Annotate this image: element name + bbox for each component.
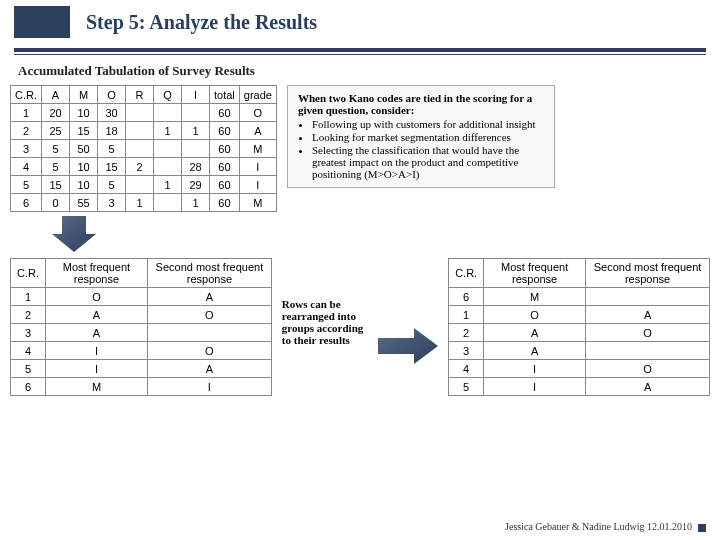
col-header: I [182, 86, 210, 104]
main-tabulation-table: C.R.AMORQItotalgrade 120103060O225151811… [10, 85, 277, 212]
table-row: 2AO [449, 324, 710, 342]
table-row: 5IA [449, 378, 710, 396]
info-lead: When two Kano codes are tied in the scor… [298, 92, 532, 116]
table-row: 22515181160A [11, 122, 277, 140]
left-result-table: C.R.Most frequent responseSecond most fr… [10, 258, 272, 396]
info-bullet: Following up with customers for addition… [312, 118, 544, 130]
col-header: C.R. [11, 86, 42, 104]
table-row: 2AO [11, 306, 272, 324]
col-header: Q [154, 86, 182, 104]
table-row: 3550560M [11, 140, 277, 158]
table-row: 5IA [11, 360, 272, 378]
divider [14, 48, 706, 55]
table-row: 6M [449, 288, 710, 306]
col-header: Most frequent response [484, 259, 586, 288]
col-header: grade [239, 86, 276, 104]
col-header: C.R. [11, 259, 46, 288]
right-arrow-icon [378, 258, 438, 368]
logo-box [14, 6, 70, 38]
page-title: Step 5: Analyze the Results [86, 11, 317, 34]
footer-dot-icon [698, 524, 706, 532]
info-bullet: Selecting the classification that would … [312, 144, 544, 180]
col-header: Second most frequent response [147, 259, 271, 288]
rearrange-note: Rows can be rearranged into groups accor… [282, 258, 368, 346]
table-row: 4IO [11, 342, 272, 360]
table-row: 3A [449, 342, 710, 360]
right-result-table: C.R.Most frequent responseSecond most fr… [448, 258, 710, 396]
table-row: 3A [11, 324, 272, 342]
col-header: R [126, 86, 154, 104]
col-header: Most frequent response [46, 259, 148, 288]
header: Step 5: Analyze the Results [0, 0, 720, 38]
table-row: 51510512960I [11, 176, 277, 194]
section-subtitle: Accumulated Tabulation of Survey Results [18, 63, 720, 79]
table-row: 6MI [11, 378, 272, 396]
col-header: O [98, 86, 126, 104]
col-header: A [42, 86, 70, 104]
col-header: Second most frequent response [586, 259, 710, 288]
table-row: 120103060O [11, 104, 277, 122]
table-row: 1OA [11, 288, 272, 306]
table-row: 1OA [449, 306, 710, 324]
info-bullet: Looking for market segmentation differen… [312, 131, 544, 143]
table-row: 45101522860I [11, 158, 277, 176]
footer-credit: Jessica Gebauer & Nadine Ludwig 12.01.20… [505, 521, 706, 532]
info-callout: When two Kano codes are tied in the scor… [287, 85, 555, 188]
table-row: 605531160M [11, 194, 277, 212]
col-header: total [210, 86, 240, 104]
col-header: M [70, 86, 98, 104]
table-row: 4IO [449, 360, 710, 378]
down-arrow-icon [52, 216, 720, 256]
col-header: C.R. [449, 259, 484, 288]
